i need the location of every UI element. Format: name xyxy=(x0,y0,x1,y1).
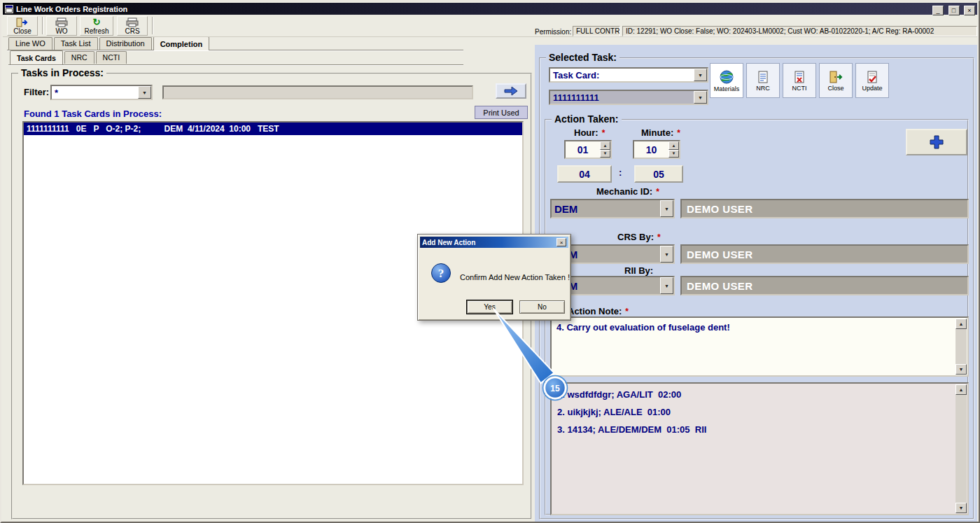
right-panel-region: Selected Task: Task Card: ▼ 1111111111 ▼… xyxy=(535,45,977,522)
action-note-textarea[interactable]: 4. Carry out evaluation of fuselage dent… xyxy=(550,316,969,377)
mechanic-combobox[interactable]: DEM ▼ xyxy=(550,199,675,218)
tab-nrc[interactable]: NRC xyxy=(64,51,94,64)
sub-tab-bar: Task Cards NRC NCTI xyxy=(10,53,128,64)
toolbar-crs-label: CRS xyxy=(125,27,139,35)
selected-task-panel: Selected Task: Task Card: ▼ 1111111111 ▼… xyxy=(539,57,974,519)
ncti-button[interactable]: NCTI xyxy=(783,63,816,98)
dropdown-arrow-icon[interactable]: ▼ xyxy=(694,69,707,81)
update-label: Update xyxy=(862,85,882,92)
tab-completion[interactable]: Completion xyxy=(153,36,210,50)
toolbar-crs-button[interactable]: CRS xyxy=(117,16,148,36)
printer-crs-icon xyxy=(126,18,139,27)
dialog-close-button[interactable]: × xyxy=(556,238,566,246)
required-marker: * xyxy=(656,187,659,197)
task-card-combobox[interactable]: Task Card: ▼ xyxy=(549,67,708,83)
add-action-button[interactable] xyxy=(906,129,967,155)
close-task-button[interactable]: Close xyxy=(819,63,853,98)
task-card-number-combobox[interactable]: 1111111111 ▼ xyxy=(549,90,708,105)
filter-label: Filter: xyxy=(24,87,49,97)
toolbar-close-button[interactable]: Close xyxy=(7,16,38,36)
action-history-list[interactable]: 1. wsdfdfdgr; AGA/LIT 02:00 2. uikjkjkj;… xyxy=(550,382,969,515)
toolbar-separator xyxy=(42,17,43,34)
dialog-title: Add New Action xyxy=(422,239,555,246)
sub-tab-baseline xyxy=(8,64,463,66)
dropdown-arrow-icon[interactable]: ▼ xyxy=(660,200,673,217)
history-item[interactable]: 1. wsdfdfdgr; AGA/LIT 02:00 xyxy=(552,389,967,400)
toolbar-wo-button[interactable]: WO xyxy=(46,16,77,36)
add-new-action-dialog: Add New Action × ? Confirm Add New Actio… xyxy=(417,234,571,321)
scroll-up-icon[interactable]: ▲ xyxy=(955,384,967,395)
plus-icon xyxy=(928,134,945,151)
filter-value: * xyxy=(52,86,138,99)
dialog-title-bar[interactable]: Add New Action × xyxy=(420,237,568,248)
nrc-button[interactable]: NRC xyxy=(746,63,780,98)
spin-up-icon[interactable]: ▲ xyxy=(600,141,610,150)
time-mm-box: 05 xyxy=(634,165,683,183)
door-exit-icon xyxy=(829,70,843,84)
spin-down-icon[interactable]: ▼ xyxy=(668,150,679,158)
toolbar-refresh-label: Refresh xyxy=(84,27,108,35)
spin-down-icon[interactable]: ▼ xyxy=(600,150,610,158)
tab-distribution[interactable]: Distribution xyxy=(99,37,152,50)
required-marker: * xyxy=(657,232,661,242)
filter-combobox[interactable]: * ▼ xyxy=(50,85,153,100)
close-task-label: Close xyxy=(827,85,844,92)
history-item[interactable]: 3. 14134; ALE/DEM/DEM 01:05 RII xyxy=(552,424,967,435)
selected-task-title: Selected Task: xyxy=(546,52,620,63)
scroll-up-icon[interactable]: ▲ xyxy=(955,319,967,329)
action-taken-title: Action Taken: xyxy=(552,113,622,125)
note-scrollbar[interactable]: ▲ ▼ xyxy=(955,319,967,375)
hour-spin-buttons: ▲ ▼ xyxy=(600,141,610,158)
dropdown-arrow-icon[interactable]: ▼ xyxy=(694,91,707,104)
apply-filter-button[interactable] xyxy=(496,83,526,99)
crs-name-field: DEMO USER xyxy=(680,244,969,264)
window-controls: _ □ × xyxy=(931,3,975,15)
toolbar-refresh-button[interactable]: ↻ Refresh xyxy=(80,16,113,36)
exit-door-icon xyxy=(16,18,29,27)
tab-task-list[interactable]: Task List xyxy=(54,37,98,50)
application-window: Line Work Orders Registration _ □ × Clos… xyxy=(0,0,980,523)
no-button[interactable]: No xyxy=(519,300,565,314)
minimize-button[interactable]: _ xyxy=(932,6,944,15)
toolbar-separator xyxy=(152,17,153,34)
ncti-label: NCTI xyxy=(792,85,807,92)
task-action-buttons: Materials NRC NCTI xyxy=(710,63,889,98)
materials-label: Materials xyxy=(714,85,740,92)
scroll-down-icon[interactable]: ▼ xyxy=(955,503,967,513)
window-title: Line Work Orders Registration xyxy=(16,5,931,13)
minute-spin-buttons: ▲ ▼ xyxy=(668,141,679,158)
time-hh-box: 04 xyxy=(557,165,612,183)
toolbar-close-label: Close xyxy=(13,27,31,35)
globe-icon xyxy=(719,69,734,85)
required-marker: * xyxy=(677,128,680,138)
minute-spinner[interactable]: 10 ▲ ▼ xyxy=(633,140,680,159)
close-window-button[interactable]: × xyxy=(964,6,975,15)
printer-icon xyxy=(55,18,68,27)
history-item[interactable]: 2. uikjkjkj; ALE/ALE 01:00 xyxy=(552,407,967,418)
yes-button[interactable]: Yes xyxy=(467,300,512,314)
spin-up-icon[interactable]: ▲ xyxy=(668,141,679,150)
tab-line-wo[interactable]: Line WO xyxy=(8,37,52,50)
permission-value: FULL CONTROL xyxy=(573,26,620,36)
dropdown-arrow-icon[interactable]: ▼ xyxy=(660,246,673,263)
hour-spinner[interactable]: 01 ▲ ▼ xyxy=(564,140,612,159)
task-list-row-selected[interactable]: 1111111111 0E P O-2; P-2; DEM 4/11/2024 … xyxy=(24,123,522,135)
mechanic-value: DEM xyxy=(552,200,660,217)
dropdown-arrow-icon[interactable]: ▼ xyxy=(138,86,151,99)
blue-arrow-icon xyxy=(504,86,518,96)
history-scrollbar[interactable]: ▲ ▼ xyxy=(955,384,967,513)
filter-text-field[interactable] xyxy=(162,85,473,99)
action-note-text: 4. Carry out evaluation of fuselage dent… xyxy=(552,318,967,337)
time-separator: : xyxy=(619,167,622,178)
maximize-button[interactable]: □ xyxy=(948,6,960,15)
hour-value: 01 xyxy=(566,141,600,158)
update-button[interactable]: Update xyxy=(855,63,889,98)
scroll-down-icon[interactable]: ▼ xyxy=(955,364,967,375)
crs-by-label: CRS By:* xyxy=(617,232,661,242)
print-used-button[interactable]: Print Used xyxy=(475,106,528,119)
tab-task-cards[interactable]: Task Cards xyxy=(10,50,63,64)
dropdown-arrow-icon[interactable]: ▼ xyxy=(660,277,673,294)
tab-ncti[interactable]: NCTI xyxy=(96,51,127,64)
title-bar[interactable]: Line Work Orders Registration _ □ × xyxy=(3,3,977,15)
materials-button[interactable]: Materials xyxy=(710,63,743,98)
